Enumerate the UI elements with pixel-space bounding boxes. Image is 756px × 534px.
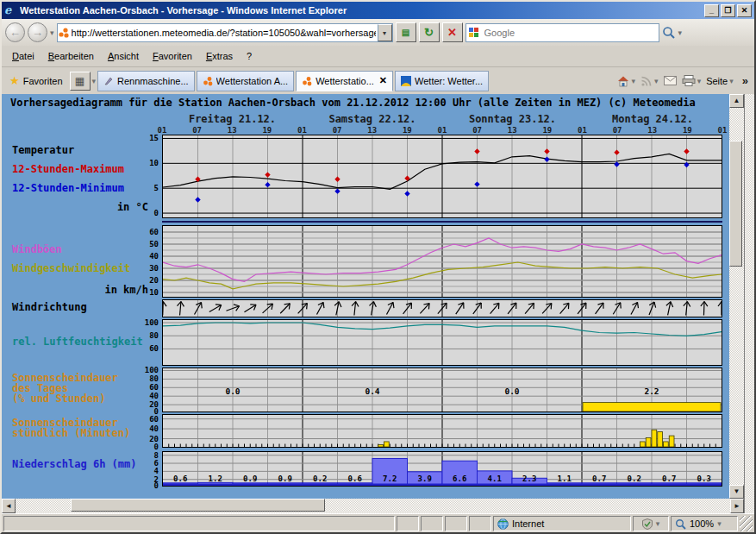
ytick-sunshine-hourly-0: 0 xyxy=(129,443,159,451)
resize-grip[interactable] xyxy=(740,516,753,531)
horizontal-scrollbar[interactable]: ◄ ► xyxy=(2,499,744,513)
menu-favoriten[interactable]: Favoriten xyxy=(146,48,199,64)
sunshine-daily-panel: 0.00.40.02.2 xyxy=(162,368,722,412)
feeds-dropdown-icon[interactable]: ▾ xyxy=(654,77,659,85)
ytick-wind-60: 60 xyxy=(129,228,159,236)
tab-label: Wetter: Wetter... xyxy=(415,76,483,86)
forward-button[interactable]: → xyxy=(28,22,47,42)
precipitation-plot: 0.61.20.90.90.20.67.23.96.64.12.31.10.70… xyxy=(163,452,722,486)
time-label: 13 xyxy=(222,126,241,135)
precipitation-bar xyxy=(303,483,338,484)
time-label: 01 xyxy=(573,126,592,135)
ytick-sunshine-hourly-60: 60 xyxy=(129,415,159,424)
precipitation-value: 0.6 xyxy=(348,474,362,483)
search-dropdown-icon[interactable]: ▾ xyxy=(678,28,683,37)
section-label-wind-2: in km/h xyxy=(2,284,148,296)
minimize-button[interactable]: _ xyxy=(704,4,719,17)
star-icon: ★ xyxy=(9,74,20,87)
window-resize-border[interactable] xyxy=(744,94,754,513)
url-dropdown-button[interactable]: ▾ xyxy=(378,24,392,41)
protected-mode-dropdown-icon[interactable]: ▾ xyxy=(656,519,660,528)
ytick-temperature-15: 15 xyxy=(129,134,159,142)
ytick-temperature-10: 10 xyxy=(129,159,159,167)
maximize-button[interactable]: ❐ xyxy=(721,4,735,17)
scroll-down-button[interactable]: ▼ xyxy=(729,485,744,499)
window-title: Wetterstation Aachen-Orsbach - Vorhersag… xyxy=(20,5,703,16)
precipitation-value: 0.9 xyxy=(243,474,257,483)
sunshine-day-value: 0.0 xyxy=(225,386,240,396)
precipitation-bar xyxy=(163,483,198,484)
menu-ansicht[interactable]: Ansicht xyxy=(101,48,146,64)
close-button[interactable]: ✕ xyxy=(737,4,752,17)
time-label: 19 xyxy=(538,126,557,135)
command-bar: ▾ ▾ ▾ Seite ▾ » xyxy=(616,74,752,87)
tab-wetter[interactable]: Wetter: Wetter... xyxy=(395,71,489,91)
tab-wetterstation-a[interactable]: Wetterstation A... xyxy=(197,71,295,91)
sunshine-hour-bar xyxy=(646,437,651,447)
favorites-button[interactable]: ★ Favoriten xyxy=(4,72,68,90)
menu-bearbeiten[interactable]: Bearbeiten xyxy=(41,48,101,64)
ytick-sunshine-hourly-40: 40 xyxy=(129,424,159,433)
back-button[interactable]: ← xyxy=(5,22,25,42)
horizontal-scroll-track[interactable] xyxy=(16,499,730,513)
zoom-dropdown-icon[interactable]: ▾ xyxy=(717,519,722,528)
ytick-precipitation-2: 2 xyxy=(129,475,159,484)
scroll-left-button[interactable]: ◄ xyxy=(2,499,16,513)
status-cell xyxy=(469,516,491,531)
quick-tabs-button[interactable]: ▦ xyxy=(70,72,91,91)
url-input[interactable] xyxy=(70,28,378,38)
sunshine-hourly-panel xyxy=(162,414,722,448)
sunshine-hour-bar xyxy=(640,442,646,447)
tab-close-icon[interactable]: ✕ xyxy=(379,75,387,86)
zoom-cell[interactable]: 100% ▾ xyxy=(671,516,738,531)
favorites-label: Favoriten xyxy=(23,76,63,86)
search-box xyxy=(465,23,659,42)
vertical-scroll-thumb[interactable] xyxy=(729,141,742,267)
tab-wetterstation-active[interactable]: Wetterstatio... ✕ xyxy=(296,71,393,91)
security-zone-cell: Internet xyxy=(493,516,631,531)
menu-bar: Datei Bearbeiten Ansicht Favoriten Extra… xyxy=(2,46,754,67)
history-dropdown-icon[interactable]: ▾ xyxy=(50,28,54,37)
tab-icon-meteomedia xyxy=(302,76,312,86)
print-button[interactable]: ▾ xyxy=(682,75,702,86)
menu-extras[interactable]: Extras xyxy=(199,48,240,64)
home-dropdown-icon[interactable]: ▾ xyxy=(632,77,636,85)
protected-mode-cell[interactable]: ▾ xyxy=(633,516,669,531)
title-bar[interactable]: e Wetterstation Aachen-Orsbach - Vorhers… xyxy=(2,2,754,19)
stop-button[interactable]: ✕ xyxy=(442,22,463,42)
page-check-button[interactable]: ▤ xyxy=(396,22,416,42)
ytick-sunshine-daily-40: 40 xyxy=(129,392,159,400)
tab-rennmaschine[interactable]: Rennmaschine... xyxy=(97,71,195,91)
quick-tabs-dropdown-icon[interactable]: ▾ xyxy=(92,77,97,85)
tab-icon-meteomedia xyxy=(203,76,213,86)
vertical-scrollbar[interactable]: ▲ ▼ xyxy=(729,94,744,499)
ytick-precipitation-8: 8 xyxy=(129,451,159,460)
horizontal-scroll-thumb[interactable] xyxy=(71,499,325,512)
humidity-panel xyxy=(162,319,722,366)
section-label-humidity-0: rel. Luftfeuchtigkeit xyxy=(12,336,143,348)
menu-datei[interactable]: Datei xyxy=(5,48,41,64)
precipitation-panel: 0.61.20.90.90.20.67.23.96.64.12.31.10.70… xyxy=(162,451,722,487)
print-dropdown-icon[interactable]: ▾ xyxy=(697,77,702,85)
feeds-button[interactable]: ▾ xyxy=(640,75,659,87)
page-menu-button[interactable]: Seite ▾ xyxy=(706,76,734,86)
sunshine-hour-bar xyxy=(652,430,657,447)
read-mail-button[interactable] xyxy=(664,76,677,85)
home-button[interactable]: ▾ xyxy=(616,75,636,87)
refresh-button[interactable]: ↻ xyxy=(419,22,440,42)
time-label: 01 xyxy=(293,126,312,135)
search-icon[interactable] xyxy=(662,26,676,40)
precipitation-bar xyxy=(338,483,373,484)
menu-hilfe[interactable]: ? xyxy=(240,48,259,64)
zone-label: Internet xyxy=(512,518,544,529)
search-input[interactable] xyxy=(483,27,656,39)
precipitation-value: 0.6 xyxy=(173,474,187,483)
time-label: 13 xyxy=(363,126,382,135)
mail-icon xyxy=(664,76,677,85)
vertical-scroll-track[interactable] xyxy=(729,108,744,485)
scroll-right-button[interactable]: ► xyxy=(730,499,744,513)
toolbar-overflow-icon[interactable]: » xyxy=(742,74,748,87)
scroll-up-button[interactable]: ▲ xyxy=(729,94,744,108)
time-label: 07 xyxy=(468,126,487,135)
sunshine-hour-bar xyxy=(384,442,390,447)
